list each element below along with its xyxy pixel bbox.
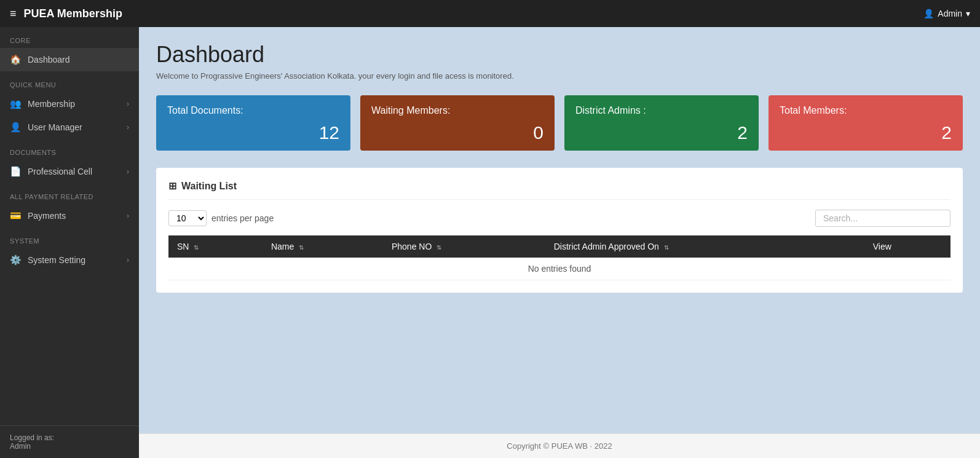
card-value: 2 — [575, 122, 748, 143]
sidebar-item-label: User Manager — [28, 122, 82, 132]
waiting-list-table: SN ⇅ Name ⇅ Phone NO ⇅ District Admin Ap… — [168, 235, 950, 280]
dashboard-icon: 🏠 — [10, 54, 22, 65]
card-waiting-members[interactable]: Waiting Members: 0 — [360, 95, 555, 151]
logged-in-username: Admin — [10, 442, 129, 451]
logged-in-label: Logged in as: — [10, 433, 129, 442]
membership-icon: 👥 — [10, 98, 22, 109]
sidebar-toggle-button[interactable]: ≡ — [10, 7, 17, 20]
app-brand: PUEA Membership — [24, 7, 122, 20]
col-sn: SN ⇅ — [168, 235, 263, 258]
chevron-right-icon: › — [127, 100, 129, 108]
section-header: ⊞ Waiting List — [168, 180, 950, 200]
chevron-right-icon: › — [127, 167, 129, 176]
sidebar-item-label: Payments — [28, 211, 66, 221]
card-value: 12 — [167, 122, 339, 143]
sidebar-section-system: SYSTEM — [0, 227, 139, 248]
payments-icon: 💳 — [10, 210, 22, 221]
sidebar-item-label: System Setting — [28, 255, 85, 265]
card-district-admins[interactable]: District Admins : 2 — [564, 95, 759, 151]
card-title: Waiting Members: — [371, 105, 543, 116]
page-footer: Copyright © PUEA WB · 2022 — [139, 433, 980, 458]
admin-label: Admin — [938, 9, 962, 18]
navbar: ≡ PUEA Membership 👤 Admin ▾ — [0, 0, 980, 27]
sidebar-item-label: Membership — [28, 99, 75, 109]
sidebar: CORE 🏠 Dashboard QUICK MENU 👥 Membership… — [0, 27, 139, 458]
table-icon: ⊞ — [168, 180, 176, 192]
sidebar-item-payments[interactable]: 💳 Payments › — [0, 204, 139, 227]
card-value: 0 — [371, 122, 543, 143]
table-empty-row: No entries found — [168, 258, 950, 280]
sidebar-item-label: Professional Cell — [28, 167, 92, 176]
card-title: Total Members: — [780, 105, 952, 116]
sidebar-section-documents: DOCUMENTS — [0, 139, 139, 160]
search-input[interactable] — [815, 210, 950, 227]
entries-per-page-select[interactable]: 10 25 50 100 — [168, 210, 207, 226]
main-content: Dashboard Welcome to Prograssive Enginee… — [139, 27, 980, 458]
sort-icon: ⇅ — [194, 244, 199, 251]
col-phone: Phone NO ⇅ — [383, 235, 545, 258]
waiting-list-section: ⊞ Waiting List 10 25 50 100 entries per … — [156, 168, 963, 293]
sidebar-item-user-manager[interactable]: 👤 User Manager › — [0, 116, 139, 139]
dropdown-icon: ▾ — [966, 9, 970, 18]
chevron-right-icon: › — [127, 123, 129, 132]
page-subtitle: Welcome to Prograssive Engineers' Associ… — [156, 71, 963, 81]
sidebar-item-professional-cell[interactable]: 📄 Professional Cell › — [0, 160, 139, 183]
settings-icon: ⚙️ — [10, 255, 22, 266]
sort-icon: ⇅ — [299, 244, 304, 251]
col-view: View — [864, 235, 950, 258]
col-approved-on: District Admin Approved On ⇅ — [545, 235, 864, 258]
card-total-documents[interactable]: Total Documents: 12 — [156, 95, 350, 151]
col-name: Name ⇅ — [263, 235, 383, 258]
stats-cards-row: Total Documents: 12 Waiting Members: 0 D… — [156, 95, 963, 151]
sidebar-footer: Logged in as: Admin — [0, 425, 139, 458]
sidebar-section-core: CORE — [0, 27, 139, 48]
sort-icon: ⇅ — [664, 244, 669, 251]
sidebar-section-quick-menu: QUICK MENU — [0, 71, 139, 92]
section-title: Waiting List — [181, 181, 237, 192]
admin-menu[interactable]: 👤 Admin ▾ — [923, 9, 970, 18]
page-title: Dashboard — [156, 42, 963, 68]
sidebar-item-membership[interactable]: 👥 Membership › — [0, 92, 139, 116]
empty-message: No entries found — [168, 258, 950, 280]
user-manager-icon: 👤 — [10, 122, 22, 133]
table-toolbar: 10 25 50 100 entries per page — [168, 210, 950, 227]
sidebar-item-label: Dashboard — [28, 55, 70, 65]
entries-label: entries per page — [211, 213, 274, 223]
sort-icon: ⇅ — [437, 244, 441, 251]
card-total-members[interactable]: Total Members: 2 — [769, 95, 963, 151]
footer-copyright: Copyright © PUEA WB · 2022 — [507, 441, 612, 451]
table-header-row: SN ⇅ Name ⇅ Phone NO ⇅ District Admin Ap… — [168, 235, 950, 258]
card-value: 2 — [780, 122, 952, 143]
chevron-right-icon: › — [127, 211, 129, 220]
card-title: Total Documents: — [167, 105, 339, 116]
entries-per-page-wrap: 10 25 50 100 entries per page — [168, 210, 274, 226]
admin-icon: 👤 — [923, 9, 934, 18]
chevron-right-icon: › — [127, 256, 129, 264]
sidebar-item-dashboard[interactable]: 🏠 Dashboard — [0, 48, 139, 71]
sidebar-item-system-setting[interactable]: ⚙️ System Setting › — [0, 248, 139, 272]
sidebar-section-payments: ALL PAYMENT RELATED — [0, 183, 139, 204]
table-body: No entries found — [168, 258, 950, 280]
card-title: District Admins : — [575, 105, 748, 116]
professional-cell-icon: 📄 — [10, 166, 22, 177]
